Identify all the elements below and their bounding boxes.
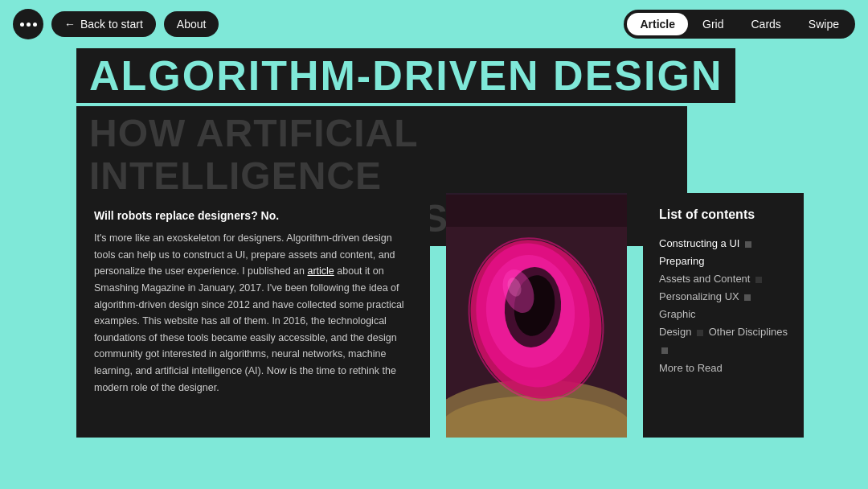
top-navigation: ← Back to start About Article Grid Cards… [0,0,868,48]
dots-icon [20,23,37,27]
svg-rect-12 [446,195,627,227]
content-area: Will robots replace designers? No. It's … [76,193,792,438]
toc-body: Constructing a UI Preparing Assets and C… [659,235,788,377]
abstract-image-svg [446,193,627,438]
about-button[interactable]: About [164,11,219,37]
article-link[interactable]: article [307,265,334,277]
toc-separator-2 [755,277,762,283]
tab-grid[interactable]: Grid [690,13,736,35]
hero-image [446,193,627,438]
nav-left: ← Back to start About [13,9,219,39]
toc-separator-5 [661,347,668,354]
about-label: About [177,18,207,31]
toc-item-preparing[interactable]: Preparing [659,255,704,267]
article-heading: Will robots replace designers? No. [94,209,412,222]
toc-separator-1 [745,241,751,248]
toc-item-ux[interactable]: Personalizing UX [659,290,739,302]
toc-title: List of contents [659,208,788,222]
tab-article[interactable]: Article [627,13,688,35]
tab-swipe[interactable]: Swipe [796,13,852,35]
table-of-contents-panel: List of contents Constructing a UI Prepa… [643,193,804,438]
toc-separator-4 [697,330,703,336]
toc-item-constructing[interactable]: Constructing a UI [659,237,739,249]
main-title: ALGORITHM-DRIVEN DESIGN [89,55,723,97]
tab-cards[interactable]: Cards [739,13,794,35]
toc-item-more[interactable]: More to Read [659,362,723,374]
back-arrow-icon: ← [64,18,76,31]
toc-item-other[interactable]: Other Disciplines [709,326,788,338]
dots-menu-button[interactable] [13,9,43,39]
article-text-panel: Will robots replace designers? No. It's … [76,193,430,438]
view-tabs: Article Grid Cards Swipe [624,10,855,39]
back-to-start-button[interactable]: ← Back to start [51,11,156,37]
back-label: Back to start [80,18,143,31]
title-main-block: ALGORITHM-DRIVEN DESIGN [76,48,735,103]
toc-item-graphic[interactable]: Graphic [659,308,696,320]
article-body: It's more like an exoskeleton for design… [94,230,412,396]
toc-separator-3 [744,294,751,301]
toc-item-assets[interactable]: Assets and Content [659,273,750,285]
toc-item-graphic-design[interactable]: Design [659,326,691,338]
